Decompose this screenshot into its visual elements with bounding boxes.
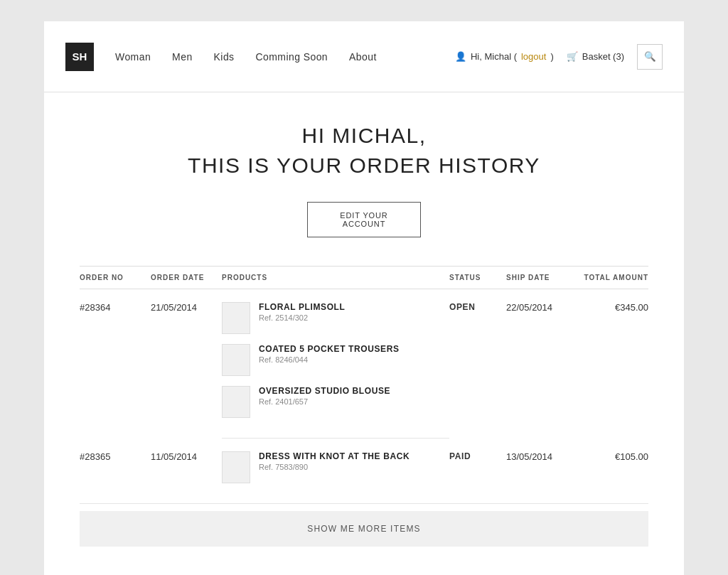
- product-cell: DRESS WITH KNOT AT THE BACK Ref. 7583/89…: [222, 439, 449, 504]
- search-button[interactable]: 🔍: [637, 44, 663, 70]
- order-status: PAID: [449, 439, 506, 504]
- product-info: DRESS WITH KNOT AT THE BACK Ref. 7583/89…: [259, 451, 410, 471]
- col-header-totalamount: TOTAL AMOUNT: [577, 267, 648, 289]
- ship-date: 13/05/2014: [506, 439, 577, 504]
- product-name: COATED 5 POCKET TROUSERS: [259, 344, 400, 354]
- footer: COLLECTION Woman (1725) Men (635) Kids (…: [44, 568, 684, 575]
- product-ref: Ref. 2514/302: [259, 313, 345, 322]
- logo: SH: [65, 43, 94, 71]
- product-cell: FLORAL PLIMSOLL Ref. 2514/302: [222, 289, 449, 342]
- product-name: DRESS WITH KNOT AT THE BACK: [259, 451, 410, 461]
- main-nav: Woman Men Kids Comming Soon About: [115, 51, 455, 63]
- orders-table: ORDER NO ORDER DATE PRODUCTS STATUS SHIP…: [80, 266, 648, 504]
- product-ref: Ref. 2401/657: [259, 397, 390, 406]
- user-greeting: Hi, Michal (: [471, 51, 517, 62]
- col-header-status: STATUS: [449, 267, 506, 289]
- order-status: OPEN: [449, 289, 506, 439]
- product-info: COATED 5 POCKET TROUSERS Ref. 8246/044: [259, 344, 400, 364]
- nav-comming-soon[interactable]: Comming Soon: [256, 51, 328, 63]
- nav-kids[interactable]: Kids: [214, 51, 235, 63]
- order-no: #28364: [80, 289, 151, 439]
- logout-link[interactable]: logout: [521, 51, 546, 62]
- order-no: #28365: [80, 439, 151, 504]
- table-row: #28365 11/05/2014 DRESS WITH KNOT AT THE…: [80, 439, 648, 504]
- nav-about[interactable]: About: [349, 51, 377, 63]
- col-header-shipdate: SHIP DATE: [506, 267, 577, 289]
- total-amount: €105.00: [577, 439, 648, 504]
- table-row: #28364 21/05/2014 FLORAL PLIMSOLL Ref. 2…: [80, 289, 648, 342]
- nav-woman[interactable]: Woman: [115, 51, 151, 63]
- page-title: HI MICHAL, THIS IS YOUR ORDER HISTORY: [80, 121, 648, 181]
- header: SH Woman Men Kids Comming Soon About 👤 H…: [44, 21, 684, 92]
- product-thumbnail: [222, 302, 250, 334]
- title-line2: THIS IS YOUR ORDER HISTORY: [188, 154, 540, 177]
- main-content: HI MICHAL, THIS IS YOUR ORDER HISTORY ED…: [44, 92, 684, 568]
- product-thumbnail: [222, 386, 250, 418]
- edit-account-button[interactable]: EDIT YOUR ACCOUNT: [307, 202, 421, 237]
- product-ref: Ref. 7583/890: [259, 463, 410, 471]
- product-cell: OVERSIZED STUDIO BLOUSE Ref. 2401/657: [222, 383, 449, 439]
- nav-men[interactable]: Men: [172, 51, 193, 63]
- ship-date: 22/05/2014: [506, 289, 577, 439]
- product-name: OVERSIZED STUDIO BLOUSE: [259, 386, 390, 396]
- show-more-button[interactable]: SHOW ME MORE ITEMS: [80, 511, 648, 547]
- search-icon: 🔍: [644, 51, 656, 62]
- basket-label: Basket (3): [582, 51, 624, 62]
- product-thumbnail: [222, 451, 250, 483]
- basket-info: 🛒 Basket (3): [567, 51, 624, 62]
- col-header-orderdate: ORDER DATE: [151, 267, 222, 289]
- user-info: 👤 Hi, Michal (logout): [455, 51, 554, 62]
- total-amount: €345.00: [577, 289, 648, 439]
- product-cell: COATED 5 POCKET TROUSERS Ref. 8246/044: [222, 341, 449, 383]
- product-info: FLORAL PLIMSOLL Ref. 2514/302: [259, 302, 345, 322]
- basket-icon: 🛒: [567, 51, 578, 62]
- product-ref: Ref. 8246/044: [259, 355, 400, 364]
- product-thumbnail: [222, 344, 250, 376]
- order-date: 11/05/2014: [151, 439, 222, 504]
- col-header-orderno: ORDER NO: [80, 267, 151, 289]
- title-line1: HI MICHAL,: [301, 124, 426, 147]
- product-name: FLORAL PLIMSOLL: [259, 302, 345, 312]
- product-info: OVERSIZED STUDIO BLOUSE Ref. 2401/657: [259, 386, 390, 406]
- order-date: 21/05/2014: [151, 289, 222, 439]
- user-greeting-close: ): [550, 51, 553, 62]
- header-right: 👤 Hi, Michal (logout) 🛒 Basket (3) 🔍: [455, 44, 663, 70]
- col-header-products: PRODUCTS: [222, 267, 449, 289]
- user-icon: 👤: [455, 51, 466, 62]
